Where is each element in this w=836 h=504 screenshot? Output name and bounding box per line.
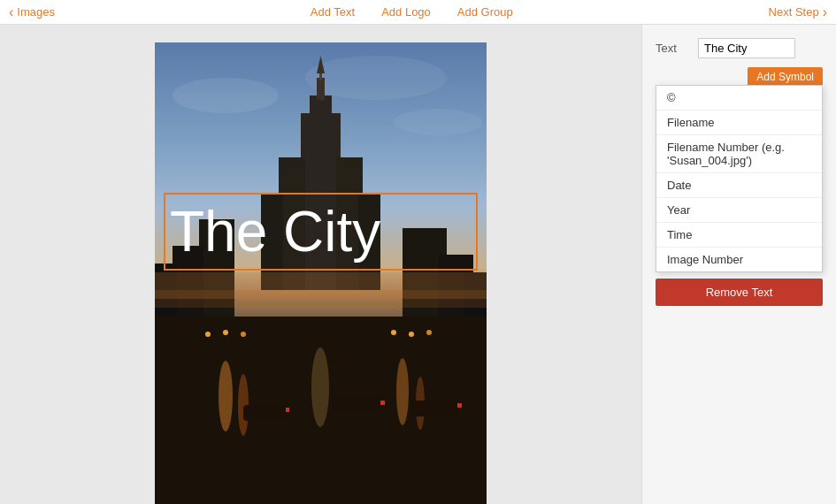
right-panel: Text Add Symbol © Filename Filename Numb… (641, 25, 836, 504)
svg-rect-34 (411, 401, 460, 416)
image-text-content: The City (170, 203, 472, 260)
text-input[interactable] (698, 38, 795, 58)
add-group-link[interactable]: Add Group (457, 5, 513, 19)
dropdown-item-image-number[interactable]: Image Number (656, 248, 822, 271)
svg-point-23 (396, 358, 409, 425)
dropdown-item-copyright[interactable]: © (656, 86, 822, 111)
symbol-dropdown: © Filename Filename Number (e.g. 'Susan_… (656, 85, 823, 272)
add-symbol-button[interactable]: Add Symbol (748, 67, 823, 87)
image-text-overlay[interactable]: The City (164, 193, 478, 271)
main-content: The City Text Add Symbol © Filename File… (0, 25, 836, 504)
add-text-link[interactable]: Add Text (311, 5, 355, 19)
svg-point-21 (219, 361, 233, 431)
next-step-navigation[interactable]: Next Step (769, 4, 827, 20)
svg-rect-33 (243, 405, 288, 421)
svg-point-26 (205, 332, 211, 337)
text-label: Text (656, 42, 691, 55)
dropdown-item-filename[interactable]: Filename (656, 111, 822, 135)
svg-rect-35 (380, 401, 385, 405)
image-container: The City (155, 42, 487, 504)
dropdown-item-filename-number[interactable]: Filename Number (e.g. 'Susan_004.jpg') (656, 135, 822, 173)
svg-point-29 (391, 330, 396, 335)
next-chevron-icon (823, 4, 827, 20)
top-bar: Images Add Text Add Logo Add Group Next … (0, 0, 836, 25)
svg-rect-32 (332, 396, 385, 414)
dropdown-item-time[interactable]: Time (656, 223, 822, 248)
text-field-row: Text (656, 38, 823, 58)
back-navigation[interactable]: Images (9, 4, 55, 20)
back-chevron-icon (9, 4, 13, 20)
dropdown-item-year[interactable]: Year (656, 198, 822, 223)
dropdown-item-date[interactable]: Date (656, 173, 822, 198)
svg-point-28 (241, 332, 246, 337)
svg-point-2 (394, 109, 482, 135)
remove-text-button[interactable]: Remove Text (656, 279, 823, 306)
svg-point-1 (305, 56, 447, 100)
svg-rect-36 (286, 408, 289, 412)
back-label[interactable]: Images (17, 5, 55, 19)
svg-rect-37 (457, 403, 462, 408)
top-bar-center: Add Text Add Logo Add Group (311, 5, 513, 19)
svg-point-25 (311, 347, 329, 427)
add-logo-link[interactable]: Add Logo (381, 5, 431, 19)
city-skyline-svg (155, 42, 487, 504)
svg-point-0 (173, 78, 279, 113)
svg-point-27 (223, 330, 228, 335)
svg-point-31 (426, 330, 432, 335)
svg-rect-19 (155, 290, 487, 308)
image-area: The City (0, 25, 641, 504)
svg-point-30 (409, 332, 414, 337)
next-step-label[interactable]: Next Step (769, 5, 819, 19)
svg-rect-5 (317, 78, 325, 100)
